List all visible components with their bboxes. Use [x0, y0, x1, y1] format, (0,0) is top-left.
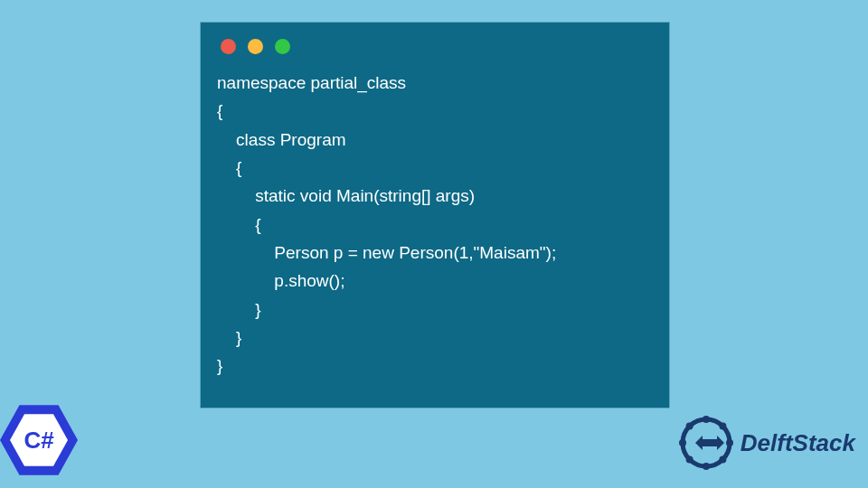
svg-point-6	[719, 423, 726, 430]
csharp-label: C#	[10, 411, 68, 469]
window-controls	[201, 23, 669, 61]
svg-point-8	[719, 455, 726, 463]
svg-point-2	[703, 463, 710, 470]
code-content: namespace partial_class { class Program …	[201, 61, 669, 388]
minimize-icon	[248, 39, 263, 54]
delftstack-logo: DelftStack	[677, 414, 855, 472]
svg-point-3	[679, 439, 686, 446]
svg-point-1	[703, 416, 710, 423]
csharp-logo: C#	[0, 401, 78, 479]
delftstack-gear-icon	[677, 414, 735, 472]
svg-point-5	[685, 423, 693, 430]
code-window: namespace partial_class { class Program …	[200, 22, 670, 408]
delftstack-label: DelftStack	[741, 429, 855, 457]
svg-point-7	[685, 455, 693, 463]
maximize-icon	[275, 39, 290, 54]
svg-point-4	[726, 439, 733, 446]
close-icon	[221, 39, 236, 54]
